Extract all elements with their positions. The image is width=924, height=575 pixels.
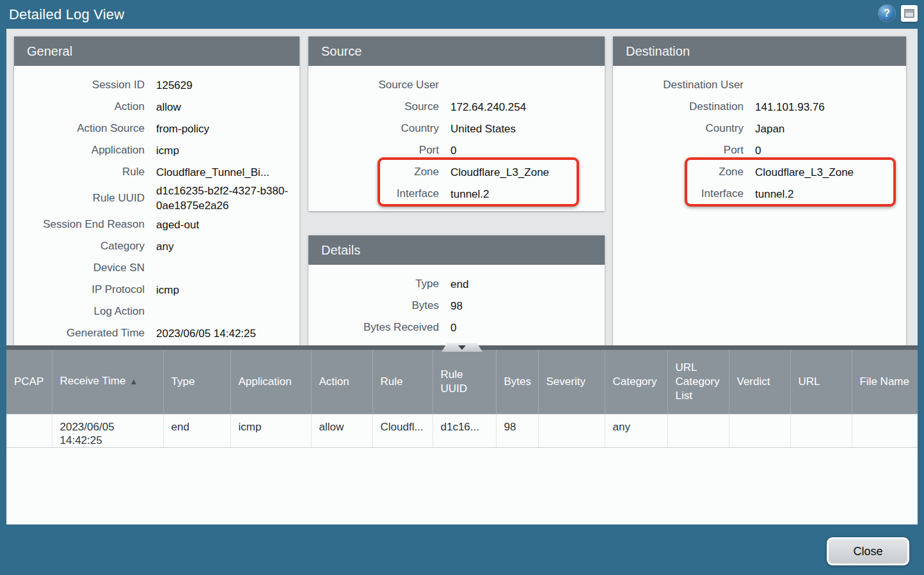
field-row-rule: RuleCloudflare_Tunnel_Bi...: [14, 161, 299, 183]
field-label: Bytes Received: [308, 321, 439, 334]
field-row-bytes-received: Bytes Received0: [308, 317, 605, 338]
column-header-file-name[interactable]: File Name: [852, 350, 918, 414]
field-row-rule-uuid: Rule UUIDd1c16235-b2f2-4327-b380-0ae1875…: [14, 183, 299, 214]
field-label: Bytes: [308, 299, 439, 312]
column-header-url[interactable]: URL: [790, 350, 852, 414]
field-label: Interface: [308, 187, 439, 200]
cell-rule-uuid: d1c16...: [433, 414, 496, 447]
cell-verdict: [729, 414, 790, 447]
field-value: 125629: [156, 78, 293, 93]
field-label: Log Action: [14, 305, 145, 318]
help-icon[interactable]: ?: [879, 5, 895, 22]
dialog-title: Detailed Log View: [9, 6, 124, 23]
field-value: 0: [755, 143, 900, 158]
field-row-log-action: Log Action: [14, 301, 299, 322]
column-header-verdict[interactable]: Verdict: [729, 350, 790, 414]
dialog-titlebar: Detailed Log View ?: [0, 0, 924, 29]
field-row-category: Categoryany: [14, 235, 299, 257]
field-value: 0: [450, 143, 598, 158]
field-row-session-end-reason: Session End Reasonaged-out: [14, 214, 299, 235]
field-label: Zone: [308, 166, 439, 178]
field-row-destination-port: Port0: [613, 139, 906, 161]
field-row-action-source: Action Sourcefrom-policy: [14, 118, 299, 139]
field-label: Rule UUID: [14, 192, 145, 205]
field-value: tunnel.2: [755, 187, 900, 201]
field-value: aged-out: [156, 217, 293, 232]
column-header-action[interactable]: Action: [311, 350, 372, 414]
field-row-destination-user: Destination User: [613, 74, 906, 96]
field-row-source-country: CountryUnited States: [308, 118, 605, 139]
field-label: Generated Time: [14, 327, 145, 340]
column-header-rule[interactable]: Rule: [372, 350, 433, 414]
titlebar-icons: ?: [879, 5, 918, 22]
column-header-receive-time[interactable]: Receive Time▲: [52, 350, 163, 414]
field-row-destination-interface: Interfacetunnel.2: [613, 183, 906, 205]
collapse-table-handle[interactable]: [442, 343, 482, 352]
column-header-label: Receive Time: [60, 375, 126, 387]
panel-details-title: Details: [308, 235, 605, 265]
column-header-type[interactable]: Type: [163, 350, 230, 414]
cell-rule: Cloudfl...: [372, 414, 433, 447]
field-label: Action: [14, 100, 145, 113]
field-label: IP Protocol: [14, 283, 145, 296]
field-row-source-interface: Interfacetunnel.2: [308, 183, 605, 205]
column-header-pcap[interactable]: PCAP: [6, 350, 52, 414]
cell-category: any: [605, 414, 667, 447]
cell-url-category-list: [667, 414, 729, 447]
cell-action: allow: [311, 414, 372, 447]
field-value: Cloudflare_L3_Zone: [450, 165, 598, 180]
field-row-session-id: Session ID125629: [14, 74, 299, 96]
field-label: Category: [14, 240, 145, 253]
field-label: Session ID: [14, 79, 145, 91]
cell-application: icmp: [230, 414, 311, 447]
field-value: from-policy: [156, 122, 293, 136]
column-header-application[interactable]: Application: [230, 350, 311, 414]
panel-source-body: Source User Source172.64.240.254 Country…: [308, 66, 605, 205]
column-header-severity[interactable]: Severity: [538, 350, 605, 414]
field-label: Source User: [308, 79, 439, 91]
field-label: Rule: [14, 166, 145, 178]
field-value: 141.101.93.76: [755, 100, 900, 114]
field-label: Port: [308, 144, 439, 157]
column-header-url-category-list[interactable]: URL Category List: [667, 350, 729, 414]
field-label: Country: [308, 122, 439, 135]
field-value: 2023/06/05 14:42:25: [156, 326, 293, 341]
field-row-device-sn: Device SN: [14, 257, 299, 279]
field-row-generated-time: Generated Time2023/06/05 14:42:25: [14, 322, 299, 344]
cell-type: end: [163, 414, 230, 447]
column-header-bytes[interactable]: Bytes: [496, 350, 538, 414]
field-label: Country: [613, 122, 744, 135]
field-row-destination-country: CountryJapan: [613, 118, 906, 139]
field-row-destination: Destination141.101.93.76: [613, 96, 906, 118]
sort-ascending-icon: ▲: [129, 377, 138, 386]
field-value: United States: [450, 122, 598, 136]
field-row-source-zone: ZoneCloudflare_L3_Zone: [308, 161, 605, 183]
restore-window-icon[interactable]: [901, 5, 918, 22]
field-row-destination-zone: ZoneCloudflare_L3_Zone: [613, 161, 906, 183]
log-table-header-row: PCAP Receive Time▲ Type Application Acti…: [6, 350, 918, 414]
field-label: Interface: [613, 187, 744, 200]
panel-destination-title: Destination: [613, 36, 906, 66]
destination-zone-interface-group: ZoneCloudflare_L3_Zone Interfacetunnel.2: [613, 161, 906, 205]
field-value: end: [450, 277, 598, 292]
column-header-category[interactable]: Category: [605, 350, 667, 414]
log-table-row[interactable]: 2023/06/05 14:42:25 end icmp allow Cloud…: [6, 414, 918, 447]
close-button[interactable]: Close: [827, 537, 909, 565]
log-table: PCAP Receive Time▲ Type Application Acti…: [6, 350, 918, 448]
field-value: 172.64.240.254: [450, 100, 598, 114]
field-label: Zone: [613, 166, 744, 178]
cell-severity: [538, 414, 605, 447]
panel-source-title: Source: [308, 36, 605, 66]
field-value: Cloudflare_Tunnel_Bi...: [156, 165, 293, 180]
field-value: any: [156, 239, 293, 254]
field-row-source: Source172.64.240.254: [308, 96, 605, 118]
panel-general: General Session ID125629 Actionallow Act…: [14, 36, 299, 345]
panel-details-body: Typeend Bytes98 Bytes Received0: [308, 265, 605, 338]
column-header-rule-uuid[interactable]: Rule UUID: [433, 350, 496, 414]
panel-general-title: General: [14, 36, 299, 66]
cell-receive-time: 2023/06/05 14:42:25: [52, 414, 163, 447]
field-label: Source: [308, 100, 439, 113]
field-label: Destination User: [613, 79, 744, 91]
field-label: Action Source: [14, 122, 145, 135]
field-value: allow: [156, 100, 293, 114]
